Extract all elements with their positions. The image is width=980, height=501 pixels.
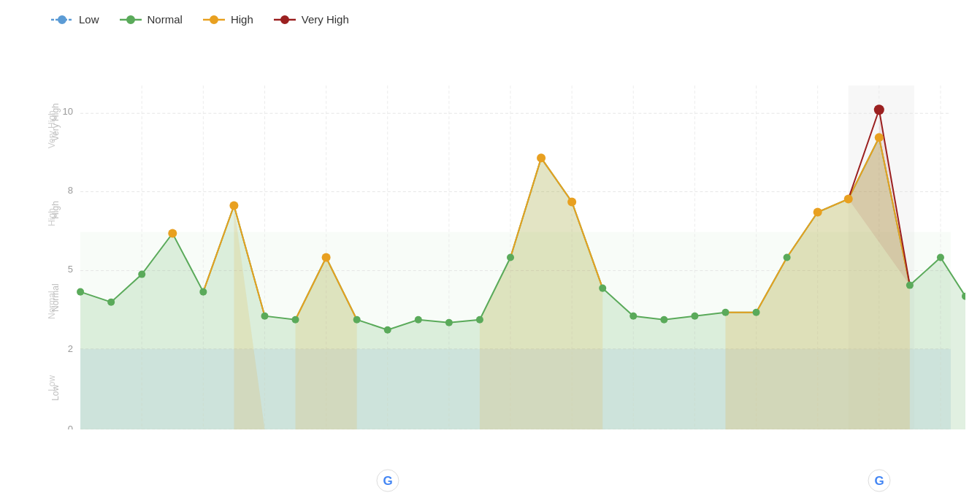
svg-point-3	[127, 16, 134, 23]
google-event-nov17[interactable]: G	[376, 469, 399, 495]
dot-nov28	[660, 316, 667, 324]
dot-high-nov17	[322, 253, 331, 262]
y-label-8: 8	[68, 185, 73, 196]
chart-container: Low Normal High Very High	[0, 0, 980, 501]
legend-very-high: Very High	[274, 13, 349, 26]
svg-point-7	[281, 16, 288, 23]
legend-low: Low	[51, 13, 99, 26]
y-label-2: 2	[68, 343, 73, 354]
google-event-dec03[interactable]: G	[868, 469, 891, 495]
dot-nov23	[507, 254, 514, 261]
dot-nov20	[415, 316, 422, 324]
dot-high-nov26	[567, 197, 576, 206]
dot-high-nov25	[537, 153, 545, 162]
dot-nov11	[138, 271, 145, 278]
dot-high-dec03	[875, 133, 884, 142]
legend-normal-label: Normal	[148, 13, 183, 26]
dot-nov29	[691, 313, 698, 320]
legend-high: High	[203, 13, 253, 26]
dot-nov27	[629, 313, 637, 320]
dot-nov26	[599, 285, 606, 292]
y-label-10: 10	[63, 106, 73, 117]
dot-nov30	[721, 309, 729, 316]
y-label-0: 0	[68, 424, 73, 429]
svg-text:G: G	[383, 474, 392, 488]
legend-low-label: Low	[79, 13, 99, 26]
legend-very-high-label: Very High	[302, 13, 349, 26]
dot-dec02	[784, 254, 791, 261]
legend-high-label: High	[231, 13, 253, 26]
dot-very-high-dec04	[874, 104, 884, 115]
dot-nov16	[292, 316, 299, 324]
main-chart: 0 2 5 8 10 Low Normal High Very High	[44, 34, 965, 429]
dot-dec05	[906, 282, 914, 289]
dot-nov21	[445, 319, 453, 326]
dot-nov13	[199, 288, 207, 296]
dot-nov09	[77, 288, 84, 296]
svg-text:G: G	[874, 474, 884, 488]
svg-point-1	[58, 16, 66, 23]
y-label-5: 5	[68, 264, 73, 275]
dot-nov10	[107, 299, 115, 306]
zone-label-high: High	[47, 208, 57, 226]
zone-label-normal: Normal	[47, 291, 57, 319]
legend: Low Normal High Very High	[44, 7, 965, 34]
zone-label-very-high: Very High	[47, 110, 57, 148]
dot-nov19	[384, 326, 391, 334]
dot-dec06	[937, 254, 944, 261]
dot-high-nov12	[168, 229, 177, 237]
zone-label-low: Low	[47, 375, 57, 391]
dot-dec01	[753, 309, 760, 316]
dot-high-dec01	[814, 207, 822, 216]
dot-high-nov13	[229, 201, 238, 210]
high-area-nov25	[480, 158, 602, 429]
legend-normal: Normal	[120, 13, 183, 26]
dot-nov22	[476, 316, 483, 324]
dot-high-dec02	[844, 194, 853, 203]
svg-point-5	[210, 16, 218, 23]
dot-nov18	[353, 316, 361, 324]
dot-nov15	[261, 313, 268, 320]
